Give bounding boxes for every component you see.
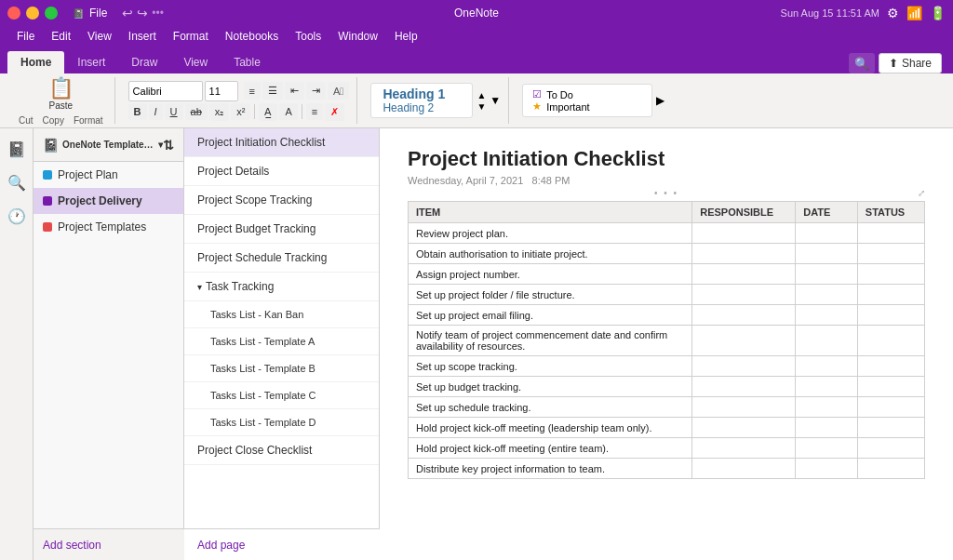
table-row[interactable]: Hold project kick-off meeting (leadershi… bbox=[409, 418, 925, 438]
superscript-button[interactable]: x² bbox=[231, 103, 250, 120]
menu-tools[interactable]: Tools bbox=[288, 28, 329, 45]
section-project-delivery[interactable]: Project Delivery bbox=[34, 188, 183, 214]
section-label-templates: Project Templates bbox=[58, 220, 146, 233]
tab-insert[interactable]: Insert bbox=[64, 51, 118, 73]
font-size-input[interactable] bbox=[205, 81, 238, 101]
wifi-icon: 📶 bbox=[906, 6, 922, 20]
highlight-button[interactable]: A̲ bbox=[259, 103, 277, 121]
italic-button[interactable]: I bbox=[149, 103, 163, 120]
todo-expand[interactable]: ▶ bbox=[656, 94, 664, 107]
app-title: OneNote bbox=[454, 7, 499, 20]
table-row[interactable]: Distribute key project information to te… bbox=[409, 459, 925, 479]
menu-help[interactable]: Help bbox=[387, 28, 425, 45]
table-row[interactable]: Hold project kick-off meeting (entire te… bbox=[409, 438, 925, 459]
section-project-templates[interactable]: Project Templates bbox=[34, 214, 183, 240]
file-menu[interactable]: File bbox=[89, 7, 107, 20]
paste-icon: 📋 bbox=[48, 76, 74, 100]
menu-edit[interactable]: Edit bbox=[44, 28, 78, 45]
strikethrough-button[interactable]: ab bbox=[185, 103, 208, 120]
format-button[interactable]: Format bbox=[70, 114, 107, 127]
minimize-button[interactable] bbox=[26, 7, 39, 20]
redo-button[interactable]: ↪ bbox=[137, 6, 148, 20]
list-button[interactable]: ≡ bbox=[244, 82, 261, 100]
table-row[interactable]: Obtain authorisation to initiate project… bbox=[409, 244, 925, 264]
search-button[interactable]: 🔍 bbox=[849, 53, 875, 73]
indent-right[interactable]: ⇥ bbox=[306, 82, 326, 100]
font-color-button[interactable]: A bbox=[279, 103, 297, 120]
heading1-style[interactable]: Heading 1 Heading 2 bbox=[370, 83, 473, 118]
page-close-checklist[interactable]: Project Close Checklist bbox=[184, 436, 379, 465]
table-row[interactable]: Set up project email filing. bbox=[409, 305, 925, 326]
align-button[interactable]: ≡ bbox=[306, 103, 323, 120]
settings-icon[interactable]: ⚙ bbox=[887, 6, 899, 20]
menu-insert[interactable]: Insert bbox=[121, 28, 164, 45]
search-icon: 🔍 bbox=[854, 57, 869, 71]
table-row[interactable]: Assign project number. bbox=[409, 264, 925, 285]
pages-panel: Project Initiation Checklist Project Det… bbox=[184, 128, 380, 560]
page-template-c[interactable]: Tasks List - Template C bbox=[184, 382, 379, 409]
add-page-link[interactable]: Add page bbox=[197, 539, 245, 552]
page-schedule-tracking[interactable]: Project Schedule Tracking bbox=[184, 244, 379, 273]
section-project-plan[interactable]: Project Plan bbox=[34, 162, 183, 188]
page-template-a[interactable]: Tasks List - Template A bbox=[184, 328, 379, 355]
page-date: Wednesday, April 7, 2021 8:48 PM bbox=[408, 175, 925, 186]
ribbon-content: 📋 Paste Cut Copy Format ≡ ☰ bbox=[0, 73, 953, 127]
todo-group: ☑ To Do ★ Important ▶ bbox=[515, 77, 672, 124]
tab-home[interactable]: Home bbox=[7, 51, 64, 73]
more-actions[interactable]: ••• bbox=[152, 7, 164, 20]
bold-button[interactable]: B bbox=[128, 103, 147, 120]
close-button[interactable] bbox=[7, 7, 20, 20]
clear-format[interactable]: A⃝ bbox=[328, 82, 349, 100]
share-button[interactable]: ⬆ Share bbox=[879, 53, 942, 73]
style-expand[interactable]: ▼ bbox=[490, 94, 501, 107]
nav-search[interactable]: 🔍 bbox=[4, 169, 30, 195]
copy-button[interactable]: Copy bbox=[39, 114, 68, 127]
table-row[interactable]: Review project plan. bbox=[409, 223, 925, 244]
menu-window[interactable]: Window bbox=[330, 28, 385, 45]
page-task-tracking[interactable]: ▾ Task Tracking bbox=[184, 273, 379, 301]
sort-icon[interactable]: ⇅ bbox=[163, 138, 174, 153]
paste-button[interactable]: 📋 Paste bbox=[43, 74, 79, 113]
todo-panel[interactable]: ☑ To Do ★ Important bbox=[522, 84, 652, 117]
menu-format[interactable]: Format bbox=[166, 28, 216, 45]
tab-table[interactable]: Table bbox=[221, 51, 274, 73]
style-down[interactable]: ▼ bbox=[476, 101, 486, 112]
nav-notebooks[interactable]: 📓 bbox=[4, 136, 30, 162]
maximize-button[interactable] bbox=[45, 7, 58, 20]
table-row[interactable]: Set up schedule tracking. bbox=[409, 397, 925, 418]
table-row[interactable]: Set up scope tracking. bbox=[409, 356, 925, 377]
add-section-link[interactable]: Add section bbox=[43, 539, 101, 552]
font-name-input[interactable] bbox=[128, 81, 203, 101]
col-responsible: RESPONSIBLE bbox=[692, 202, 796, 223]
page-template-d[interactable]: Tasks List - Template D bbox=[184, 409, 379, 436]
menu-file[interactable]: File bbox=[9, 28, 42, 45]
col-status: STATUS bbox=[857, 202, 924, 223]
subscript-button[interactable]: x₂ bbox=[209, 103, 230, 121]
table-row[interactable]: Set up project folder / file structure. bbox=[409, 285, 925, 305]
table-row[interactable]: Set up budget tracking. bbox=[409, 377, 925, 397]
style-up[interactable]: ▲ bbox=[476, 90, 486, 100]
page-budget-tracking[interactable]: Project Budget Tracking bbox=[184, 215, 379, 244]
todo-label: To Do bbox=[546, 89, 573, 100]
page-kanban[interactable]: Tasks List - Kan Ban bbox=[184, 301, 379, 328]
tab-draw[interactable]: Draw bbox=[118, 51, 170, 73]
indent-left[interactable]: ⇤ bbox=[285, 82, 304, 100]
page-initiation-checklist[interactable]: Project Initiation Checklist bbox=[184, 128, 379, 157]
underline-button[interactable]: U bbox=[165, 103, 183, 120]
star-icon: ★ bbox=[532, 100, 542, 113]
tab-view[interactable]: View bbox=[170, 51, 221, 73]
title-bar: 📓 File ↩ ↪ ••• OneNote Sun Aug 15 11:51 … bbox=[0, 0, 953, 26]
content-area: Project Initiation Checklist Wednesday, … bbox=[380, 128, 953, 560]
undo-button[interactable]: ↩ bbox=[122, 6, 133, 20]
task-tracking-chevron[interactable]: ▾ bbox=[197, 282, 202, 292]
list2-button[interactable]: ☰ bbox=[262, 82, 283, 100]
menu-notebooks[interactable]: Notebooks bbox=[218, 28, 286, 45]
nav-recent[interactable]: 🕐 bbox=[4, 203, 30, 229]
more-button[interactable]: ✗ bbox=[325, 103, 344, 121]
page-template-b[interactable]: Tasks List - Template B bbox=[184, 355, 379, 382]
cut-button[interactable]: Cut bbox=[15, 114, 37, 127]
menu-view[interactable]: View bbox=[80, 28, 119, 45]
page-details[interactable]: Project Details bbox=[184, 157, 379, 186]
table-row[interactable]: Notify team of project commencement date… bbox=[409, 326, 925, 356]
page-scope-tracking[interactable]: Project Scope Tracking bbox=[184, 186, 379, 215]
